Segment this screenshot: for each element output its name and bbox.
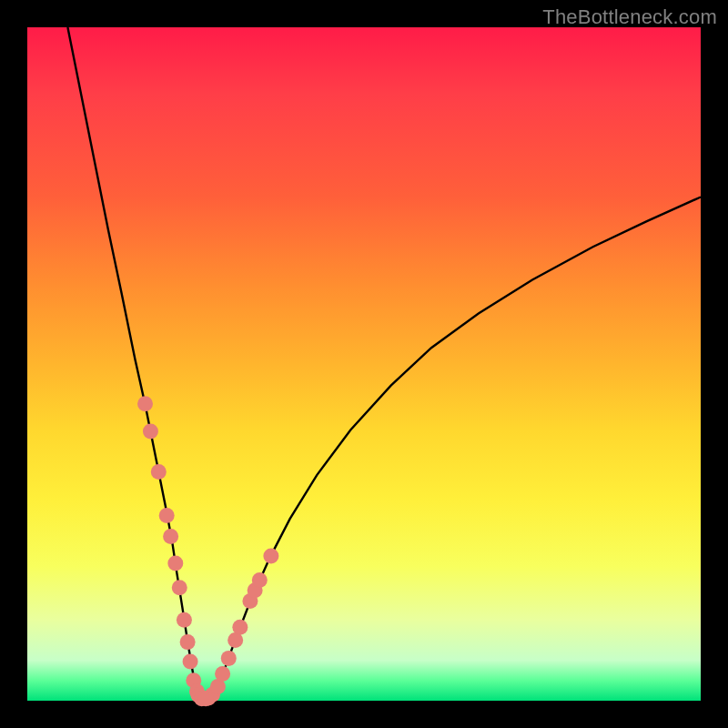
data-point [232, 620, 248, 635]
data-point [180, 634, 196, 650]
data-point [263, 548, 278, 563]
plot-area [27, 27, 701, 701]
data-point [163, 529, 178, 544]
data-point [167, 556, 183, 571]
marker-group [137, 396, 278, 706]
chart-stage: TheBottleneck.com [0, 0, 728, 728]
data-point [183, 654, 198, 670]
data-point [172, 580, 187, 595]
data-point [221, 651, 237, 666]
data-point [252, 572, 268, 588]
data-point [151, 464, 167, 480]
watermark-text: TheBottleneck.com [542, 5, 717, 29]
data-point [159, 508, 175, 523]
bottleneck-curve [67, 27, 701, 699]
data-point [177, 612, 192, 628]
curve-layer [27, 27, 701, 701]
data-point [137, 396, 153, 411]
data-point [143, 424, 158, 440]
data-point [198, 691, 214, 706]
data-point [215, 666, 230, 682]
